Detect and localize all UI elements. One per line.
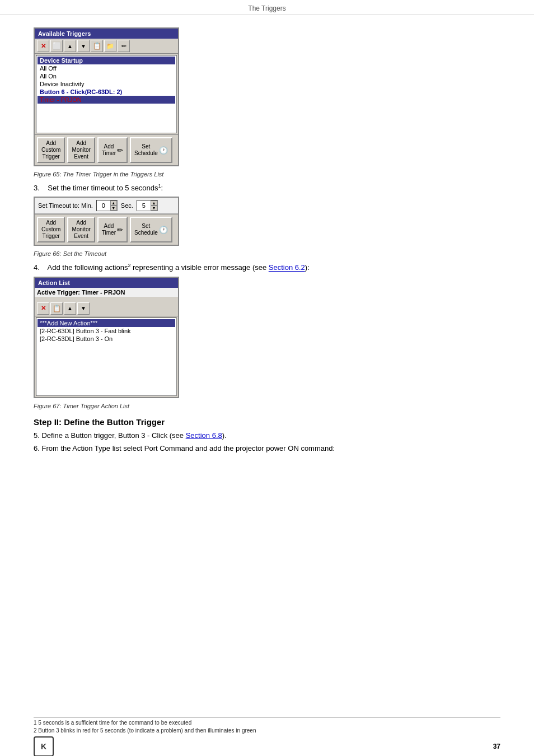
set-schedule-btn2[interactable]: SetSchedule 🕐	[130, 217, 172, 242]
action-up-icon: ▲	[67, 305, 73, 311]
min-arrows[interactable]: ▲ ▼	[110, 200, 117, 211]
page-header: The Triggers	[0, 0, 534, 15]
action-copy-icon: 📋	[53, 305, 61, 312]
lib-icon: 📁	[106, 43, 114, 50]
min-spinner[interactable]: ▲ ▼	[96, 200, 118, 211]
sec-label: Sec.	[121, 202, 133, 209]
schedule-icon2: 🕐	[159, 226, 168, 234]
step5-text: 5. Define a Button trigger, Button 3 - C…	[34, 431, 500, 440]
set-schedule-label: SetSchedule	[134, 143, 158, 157]
toolbar-copy-btn[interactable]: ⬜	[50, 40, 63, 52]
footnote-area: 1 5 seconds is a sufficient time for the…	[34, 717, 500, 734]
figure67-title: Action List	[35, 278, 178, 288]
step3-text: 3. Set the timer timeout to 5 seconds1:	[34, 183, 500, 192]
figure67-panel: Action List Active Trigger: Timer - PRJO…	[34, 277, 179, 398]
down-icon: ▼	[81, 43, 86, 49]
action-delete-icon: ✕	[41, 305, 46, 312]
step4-text-content: Add the following actions	[48, 264, 128, 272]
figure65-list: Device Startup All Off All On Device Ina…	[36, 55, 177, 133]
figure65-panel: Available Triggers ✕ ⬜ ▲ ▼ 📋 📁 ✏ Device …	[34, 27, 179, 166]
schedule-icon: 🕐	[159, 146, 168, 155]
sec-down-arrow[interactable]: ▼	[151, 206, 157, 211]
min-down-arrow[interactable]: ▼	[110, 206, 117, 211]
sec-up-arrow[interactable]: ▲	[151, 200, 157, 206]
list-item-timer-prjon[interactable]: Timer - PRJON	[38, 96, 175, 104]
step-ii-heading: Step II: Define the Button Trigger	[34, 417, 500, 427]
figure66-panel: Set Timeout to: Min. ▲ ▼ Sec. ▲ ▼ AddCus…	[34, 197, 179, 246]
timer-icon2: ✏	[117, 226, 123, 234]
figure65-title: Available Triggers	[35, 29, 178, 39]
timer-icon: ✏	[117, 146, 123, 155]
kramer-logo: K	[34, 736, 54, 756]
step6-text: 6. From the Action Type list select Port…	[34, 444, 500, 452]
add-custom-trigger-btn2[interactable]: AddCustomTrigger	[37, 217, 65, 242]
header-title: The Triggers	[248, 4, 285, 12]
page-number: 37	[493, 743, 500, 750]
action-delete-btn[interactable]: ✕	[37, 302, 49, 315]
folder-icon: 📋	[93, 42, 101, 50]
add-timer-label2: AddTimer	[102, 223, 116, 236]
toolbar-delete-btn[interactable]: ✕	[37, 40, 49, 52]
figure67-list: ***Add New Action*** [2-RC-63DL] Button …	[36, 318, 177, 396]
set-timeout-label: Set Timeout to: Min.	[38, 202, 93, 209]
add-custom-trigger-btn[interactable]: AddCustomTrigger	[37, 137, 65, 163]
step4-text3: ):	[305, 264, 310, 272]
add-monitor-event-label2: AddMonitorEvent	[72, 220, 90, 240]
delete-icon: ✕	[41, 43, 46, 50]
step4-link[interactable]: Section 6.2	[269, 264, 305, 272]
toolbar-lib-btn[interactable]: 📁	[104, 40, 116, 52]
sec-arrows[interactable]: ▲ ▼	[151, 200, 157, 211]
step3-colon: :	[161, 184, 163, 192]
active-trigger-row: Active Trigger: Timer - PRJON	[35, 288, 178, 297]
list-item-allon[interactable]: All On	[38, 72, 175, 80]
list-item-device-inactivity[interactable]: Device Inactivity	[38, 80, 175, 88]
list-item-alloff[interactable]: All Off	[38, 64, 175, 72]
figure65-caption: Figure 65: The Timer Trigger in the Trig…	[34, 171, 500, 178]
page-footer: K 37	[34, 743, 500, 750]
footnote-1: 1 5 seconds is a sufficient time for the…	[34, 720, 500, 726]
set-schedule-btn[interactable]: SetSchedule 🕐	[130, 137, 172, 163]
action-down-icon: ▼	[81, 305, 86, 311]
add-new-action-item[interactable]: ***Add New Action***	[38, 319, 175, 327]
figure67-toolbar: ✕ 📋 ▲ ▼	[35, 301, 178, 316]
add-timer-btn[interactable]: AddTimer ✏	[97, 137, 128, 163]
logo-text: K	[41, 742, 46, 751]
toolbar-folder-btn[interactable]: 📋	[91, 40, 103, 52]
edit-icon: ✏	[121, 43, 127, 50]
action-item-2[interactable]: [2-RC-53DL] Button 3 - On	[38, 335, 175, 343]
step3-number: 3.	[34, 184, 40, 192]
min-value[interactable]	[97, 202, 110, 209]
add-monitor-event-btn2[interactable]: AddMonitorEvent	[67, 217, 95, 242]
toolbar-edit-btn[interactable]: ✏	[118, 40, 130, 52]
figure65-toolbar: ✕ ⬜ ▲ ▼ 📋 📁 ✏	[35, 39, 178, 54]
list-item-button6[interactable]: Button 6 - Click(RC-63DL: 2)	[38, 88, 175, 96]
toolbar-down-btn[interactable]: ▼	[77, 40, 90, 52]
action-item-1[interactable]: [2-RC-63DL] Button 3 - Fast blink	[38, 327, 175, 335]
action-up-btn[interactable]: ▲	[64, 302, 76, 315]
step5-end: ).	[222, 431, 227, 440]
step3-content: Set the timer timeout to 5 seconds	[48, 184, 158, 192]
figure65-bottom-buttons: AddCustomTrigger AddMonitorEvent AddTime…	[35, 134, 178, 165]
set-schedule-label2: SetSchedule	[134, 223, 158, 236]
step5-link[interactable]: Section 6.8	[186, 431, 222, 440]
step4-text2: representing a visible error message (se…	[130, 264, 268, 272]
add-custom-trigger-label: AddCustomTrigger	[41, 140, 60, 160]
figure66-caption: Figure 66: Set the Timeout	[34, 250, 500, 257]
category-device-startup[interactable]: Device Startup	[38, 57, 175, 64]
step4-number: 4.	[34, 264, 40, 272]
action-copy-btn[interactable]: 📋	[50, 302, 63, 315]
sec-value[interactable]	[137, 202, 151, 209]
toolbar-up-btn[interactable]: ▲	[64, 40, 76, 52]
step5-content: 5. Define a Button trigger, Button 3 - C…	[34, 431, 186, 440]
step4-text: 4. Add the following actions2 representi…	[34, 263, 500, 272]
add-monitor-event-btn[interactable]: AddMonitorEvent	[67, 137, 95, 163]
add-custom-trigger-label2: AddCustomTrigger	[41, 220, 60, 240]
set-timeout-row: Set Timeout to: Min. ▲ ▼ Sec. ▲ ▼	[35, 198, 178, 214]
action-down-btn[interactable]: ▼	[77, 302, 90, 315]
figure67-caption: Figure 67: Timer Trigger Action List	[34, 403, 500, 409]
figure66-bottom-buttons: AddCustomTrigger AddMonitorEvent AddTime…	[35, 214, 178, 245]
footnote-2: 2 Button 3 blinks in red for 5 seconds (…	[34, 727, 500, 734]
add-timer-btn2[interactable]: AddTimer ✏	[97, 217, 128, 242]
min-up-arrow[interactable]: ▲	[110, 200, 117, 206]
sec-spinner[interactable]: ▲ ▼	[137, 200, 158, 211]
